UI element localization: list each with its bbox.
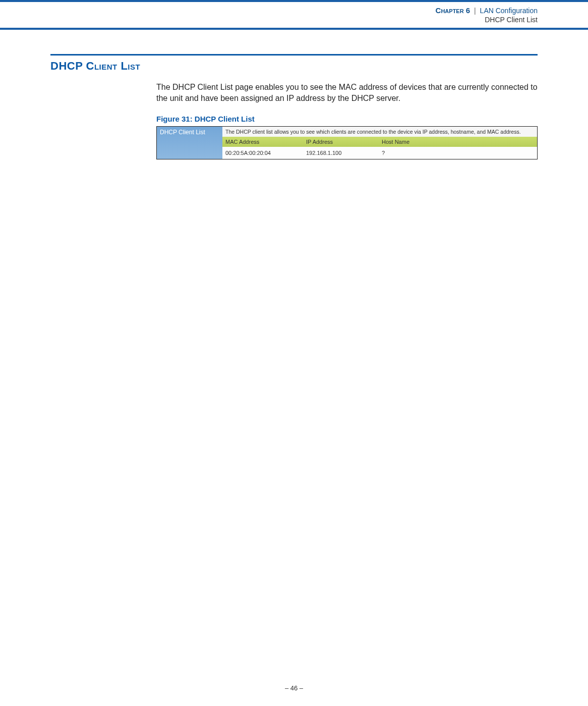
section-body: The DHCP Client List page enables you to… [156, 82, 538, 103]
chapter-label: Chapter 6 [436, 6, 471, 15]
section-heading: DHCP Client List [50, 60, 538, 73]
col-header-host: Host Name [382, 139, 534, 145]
cell-mac: 00:20:5A:00:20:04 [225, 150, 306, 156]
col-header-ip: IP Address [306, 139, 382, 145]
cell-ip: 192.168.1.100 [306, 150, 382, 156]
table-row: 00:20:5A:00:20:04 192.168.1.100 ? [222, 147, 537, 159]
figure-main-panel: The DHCP client list allows you to see w… [222, 127, 537, 159]
cell-host: ? [382, 150, 534, 156]
figure-sidebar-title: DHCP Client List [157, 127, 222, 159]
section-rule [50, 54, 538, 56]
figure-screenshot: DHCP Client List The DHCP client list al… [156, 126, 538, 159]
chapter-separator: | [474, 7, 476, 15]
figure-caption: Figure 31: DHCP Client List [156, 115, 538, 123]
content-area: DHCP Client List The DHCP Client List pa… [0, 30, 588, 159]
col-header-mac: MAC Address [225, 139, 306, 145]
chapter-title: LAN Configuration [480, 7, 538, 15]
figure-description: The DHCP client list allows you to see w… [222, 127, 537, 137]
page-number: – 46 – [0, 684, 588, 692]
page-header: Chapter 6 | LAN Configuration DHCP Clien… [0, 2, 588, 28]
page-subtitle: DHCP Client List [0, 16, 538, 24]
figure-table-header: MAC Address IP Address Host Name [222, 137, 537, 147]
